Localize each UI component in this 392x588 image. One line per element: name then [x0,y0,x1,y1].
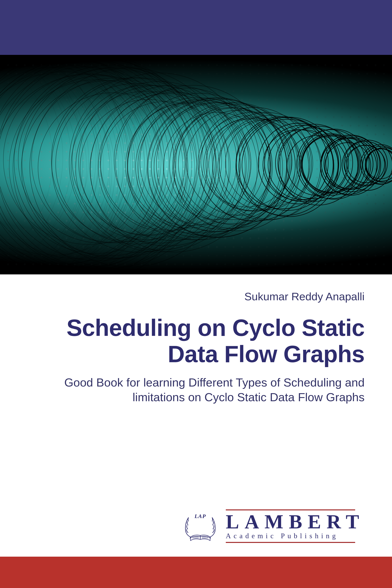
publisher-rule-top [226,510,355,510]
publisher-emblem: LAP [181,512,220,541]
circle-pattern [0,55,392,274]
author-name: Sukumar Reddy Anapalli [28,290,364,303]
book-subtitle: Good Book for learning Different Types o… [28,375,364,404]
cover-art: ++++++++++++++++++++++++++++++++++++++++… [0,55,392,274]
publisher-logo: LAP LAMBERT Academic Publishing [181,510,364,543]
publisher-subline: Academic Publishing [226,532,364,540]
text-block: Sukumar Reddy Anapalli Scheduling on Cyc… [28,290,364,404]
book-icon [188,527,212,541]
publisher-name: LAMBERT [226,512,364,531]
bottom-bar [0,557,392,588]
publisher-emblem-text: LAP [194,513,206,520]
publisher-rule-bottom [226,542,355,543]
publisher-text-block: LAMBERT Academic Publishing [226,510,364,543]
book-title: Scheduling on Cyclo Static Data Flow Gra… [28,314,364,367]
top-bar [0,0,392,55]
